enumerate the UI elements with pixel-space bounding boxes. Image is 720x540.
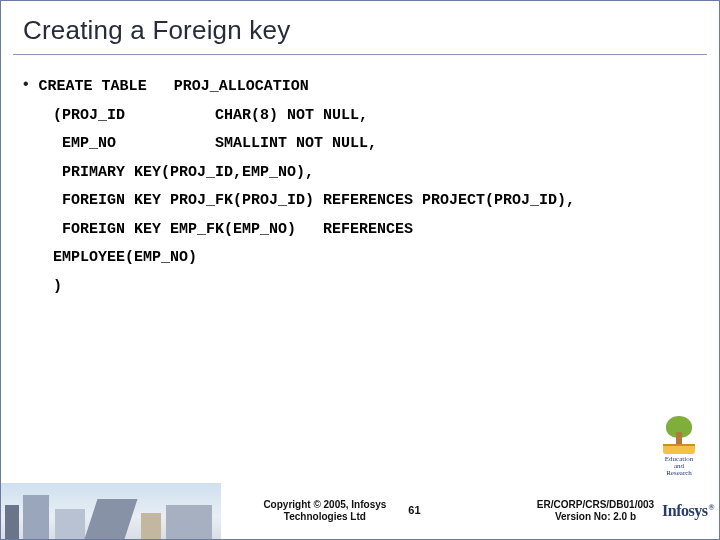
slide: Creating a Foreign key • CREATE TABLE PR… — [0, 0, 720, 540]
code-line-8: ) — [23, 273, 697, 302]
slide-footer: Copyright © 2005, Infosys Technologies L… — [1, 483, 719, 539]
bullet-icon: • — [23, 73, 29, 95]
slide-number: 61 — [408, 504, 420, 518]
slide-title: Creating a Foreign key — [1, 1, 719, 54]
code-line-6: FOREIGN KEY EMP_FK(EMP_NO) REFERENCES — [23, 216, 697, 245]
footer-decorative-image — [1, 483, 221, 539]
copyright-line-1: Copyright © 2005, Infosys — [263, 499, 386, 512]
copyright-line-2: Technologies Ltd — [263, 511, 386, 524]
footer-center: Copyright © 2005, Infosys Technologies L… — [221, 499, 463, 524]
docref-line-2: Version No: 2.0 b — [537, 511, 654, 524]
code-line-2: (PROJ_ID CHAR(8) NOT NULL, — [23, 102, 697, 131]
code-line-1: CREATE TABLE PROJ_ALLOCATION — [39, 73, 309, 102]
bullet-row: • CREATE TABLE PROJ_ALLOCATION — [23, 73, 697, 102]
docref-line-1: ER/CORP/CRS/DB01/003 — [537, 499, 654, 512]
copyright-text: Copyright © 2005, Infosys Technologies L… — [263, 499, 386, 524]
code-line-5: FOREIGN KEY PROJ_FK(PROJ_ID) REFERENCES … — [23, 187, 697, 216]
document-reference: ER/CORP/CRS/DB01/003 Version No: 2.0 b — [537, 499, 654, 524]
code-line-3: EMP_NO SMALLINT NOT NULL, — [23, 130, 697, 159]
footer-right: ER/CORP/CRS/DB01/003 Version No: 2.0 b I… — [463, 499, 719, 524]
code-line-7: EMPLOYEE(EMP_NO) — [23, 244, 697, 273]
badge-text-3: Research — [653, 470, 705, 477]
code-line-4: PRIMARY KEY(PROJ_ID,EMP_NO), — [23, 159, 697, 188]
slide-body: • CREATE TABLE PROJ_ALLOCATION (PROJ_ID … — [1, 55, 719, 301]
education-research-badge: Education and Research — [653, 414, 705, 477]
infosys-logo: Infosys — [662, 501, 713, 521]
tree-book-icon — [659, 414, 699, 454]
